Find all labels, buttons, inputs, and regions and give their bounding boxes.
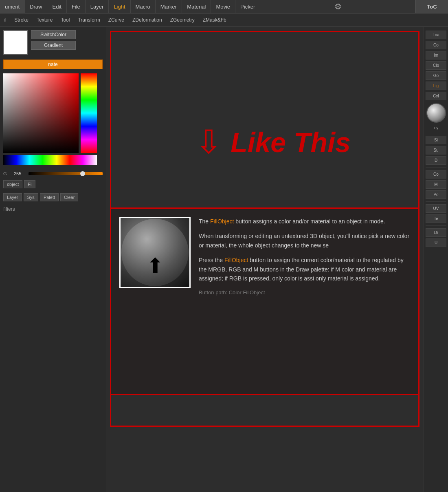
main-content: ⇩ Like This ⬆ The FillObject button assi… bbox=[106, 27, 424, 492]
right-divider-4 bbox=[426, 225, 446, 226]
tooltip-para-3: Press the FillObject button to assign th… bbox=[199, 256, 410, 283]
settings-icon: ⚙ bbox=[334, 2, 342, 11]
palette-button[interactable]: Palett bbox=[40, 193, 59, 201]
tooltip-inner: ⬆ The FillObject button assigns a color … bbox=[119, 217, 410, 297]
right-divider-2 bbox=[426, 167, 446, 168]
left-sidebar: SwitchColor Gradient nate G 255 object F… bbox=[0, 27, 106, 492]
gradient-button[interactable]: Gradient bbox=[31, 41, 76, 50]
right-btn-co[interactable]: Co bbox=[426, 41, 446, 49]
right-sub-btn-d[interactable]: D bbox=[426, 156, 446, 165]
right-sub-btn-u[interactable]: U bbox=[426, 238, 446, 247]
second-menu-transform[interactable]: Transform bbox=[74, 13, 104, 26]
modifiers-label: fifiers bbox=[0, 204, 106, 214]
main-color-swatch[interactable] bbox=[3, 30, 28, 55]
second-menu-tool[interactable]: Tool bbox=[57, 13, 74, 26]
menu-item-macro[interactable]: Macro bbox=[131, 0, 156, 13]
second-menu-il[interactable]: il bbox=[0, 13, 10, 26]
second-menu-zdeformation[interactable]: ZDeformation bbox=[128, 13, 166, 26]
tooltip-arrow-icon: ⬆ bbox=[147, 256, 164, 276]
right-sphere-label: Cy bbox=[424, 125, 448, 131]
color-bar-bottom[interactable] bbox=[3, 155, 97, 165]
red-border-outer: ⇩ Like This ⬆ The FillObject button assi… bbox=[110, 31, 419, 427]
right-sub-btn-su[interactable]: Su bbox=[426, 146, 446, 154]
menu-item-marker[interactable]: Marker bbox=[156, 0, 182, 13]
color-square[interactable] bbox=[3, 73, 79, 153]
right-btn-lig[interactable]: Lig bbox=[426, 82, 446, 90]
menu-item-edit[interactable]: Edit bbox=[47, 0, 66, 13]
menu-item-draw[interactable]: Draw bbox=[25, 0, 47, 13]
top-menu-bar: ument Draw Edit File Layer Light Macro M… bbox=[0, 0, 448, 13]
tooltip-sphere: ⬆ bbox=[121, 219, 189, 286]
color-picker-area[interactable] bbox=[3, 73, 97, 167]
color-swatch-area: SwitchColor Gradient bbox=[0, 27, 106, 58]
second-menu-zcurve[interactable]: ZCurve bbox=[104, 13, 128, 26]
tooltip-box: ⬆ The FillObject button assigns a color … bbox=[110, 207, 419, 395]
second-menu-zgeometry[interactable]: ZGeometry bbox=[166, 13, 199, 26]
layer-button[interactable]: Layer bbox=[3, 193, 22, 201]
right-sub-btn-si[interactable]: Si bbox=[426, 136, 446, 144]
right-btn-load[interactable]: Loa bbox=[426, 31, 446, 39]
sys-button[interactable]: Sys bbox=[24, 193, 38, 201]
right-sub-btn-di[interactable]: Di bbox=[426, 228, 446, 237]
menu-item-toc[interactable]: ToC bbox=[415, 0, 448, 13]
second-menu-texture[interactable]: Texture bbox=[33, 13, 57, 26]
tooltip-button-path: Button path: Color:FillObject bbox=[199, 289, 410, 297]
right-sub-btn-po[interactable]: Po bbox=[426, 190, 446, 199]
menu-item-file[interactable]: File bbox=[67, 0, 86, 13]
right-sphere bbox=[426, 103, 446, 123]
g-label: G bbox=[3, 171, 11, 176]
right-divider-1 bbox=[426, 133, 446, 133]
right-sidebar: Loa Co Im Clo Go Lig Cyl Cy Si Su D Co M… bbox=[424, 27, 448, 492]
like-this-text: Like This bbox=[231, 126, 351, 158]
tooltip-text-area: The FillObject button assigns a color an… bbox=[199, 217, 410, 297]
right-btn-im[interactable]: Im bbox=[426, 51, 446, 60]
menu-item-material[interactable]: Material bbox=[182, 0, 211, 13]
fi-button[interactable]: Fi bbox=[24, 180, 35, 188]
object-button[interactable]: object bbox=[3, 180, 22, 188]
tooltip-highlight-2: FillObject bbox=[224, 257, 248, 263]
g-slider-thumb[interactable] bbox=[80, 171, 85, 176]
menu-item-layer[interactable]: Layer bbox=[86, 0, 109, 13]
color-gradient[interactable] bbox=[3, 73, 97, 153]
hue-strip[interactable] bbox=[81, 73, 97, 153]
tooltip-icon: ⬆ bbox=[119, 217, 191, 288]
color-buttons: SwitchColor Gradient bbox=[31, 30, 76, 50]
second-menu-stroke[interactable]: Stroke bbox=[10, 13, 33, 26]
tooltip-highlight-1: FillObject bbox=[210, 218, 234, 225]
menu-item-movie[interactable]: Movie bbox=[211, 0, 235, 13]
like-this-area: ⇩ Like This bbox=[132, 77, 414, 207]
right-sub-btn-te[interactable]: Te bbox=[426, 214, 446, 223]
right-btn-clo[interactable]: Clo bbox=[426, 61, 446, 70]
right-btn-cyl[interactable]: Cyl bbox=[426, 92, 446, 100]
right-divider-3 bbox=[426, 201, 446, 202]
palette-row: object Fi bbox=[0, 178, 106, 191]
second-menu-bar: il Stroke Texture Tool Transform ZCurve … bbox=[0, 13, 448, 27]
switch-color-button[interactable]: SwitchColor bbox=[31, 30, 76, 39]
down-arrow-icon: ⇩ bbox=[195, 126, 222, 159]
g-value-row: G 255 bbox=[0, 170, 106, 178]
g-value: 255 bbox=[14, 171, 26, 176]
menu-item-light[interactable]: Light bbox=[109, 0, 130, 13]
right-sub-btn-m[interactable]: M bbox=[426, 180, 446, 189]
palette-row-2: Layer Sys Palett Clear bbox=[0, 191, 106, 204]
menu-item-ument[interactable]: ument bbox=[0, 0, 25, 13]
right-sub-btn-co[interactable]: Co bbox=[426, 170, 446, 179]
g-slider[interactable] bbox=[29, 172, 103, 175]
right-btn-go[interactable]: Go bbox=[426, 71, 446, 80]
menu-item-picker[interactable]: Picker bbox=[235, 0, 260, 13]
alternate-button[interactable]: nate bbox=[3, 60, 103, 69]
tooltip-para-1: The FillObject button assigns a color an… bbox=[199, 217, 410, 226]
second-menu-zmaskfb[interactable]: ZMask&Fb bbox=[199, 13, 231, 26]
tooltip-para-2: When transforming or editing an untextur… bbox=[199, 232, 410, 250]
clear-button[interactable]: Clear bbox=[60, 193, 78, 201]
right-sub-btn-uv[interactable]: UV bbox=[426, 204, 446, 213]
